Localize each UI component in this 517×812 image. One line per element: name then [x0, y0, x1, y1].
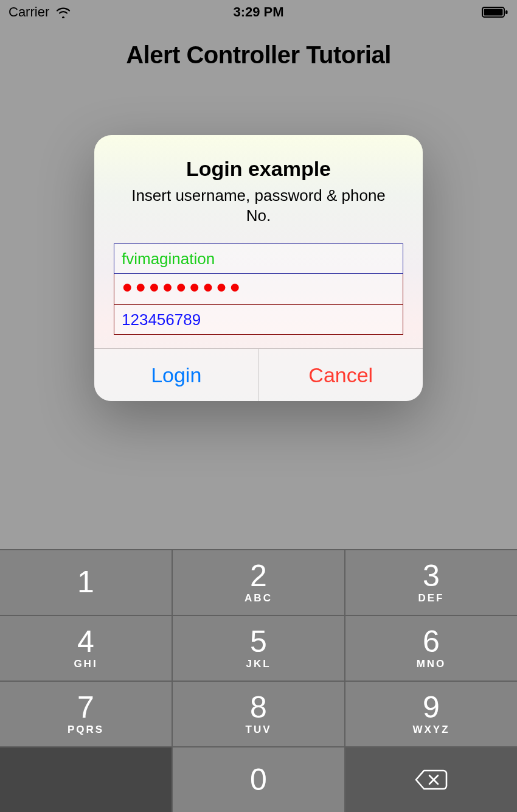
keypad-key-1[interactable]: 1 — [0, 549, 172, 615]
keypad-digit: 2 — [250, 561, 267, 591]
number-keypad: 1 2 ABC 3 DEF 4 GHI 5 JKL 6 MNO 7 PQRS — [0, 549, 517, 812]
username-value: fvimagination — [122, 250, 215, 268]
alert-actions: Login Cancel — [94, 348, 423, 401]
keypad-letters: MNO — [417, 658, 446, 670]
keypad-key-0[interactable]: 0 — [172, 746, 344, 812]
keypad-letters: JKL — [246, 658, 271, 670]
phone-value: 123456789 — [122, 310, 201, 329]
backspace-icon — [414, 768, 448, 791]
keypad-digit: 6 — [423, 626, 440, 657]
keypad-key-6[interactable]: 6 MNO — [344, 615, 517, 681]
keypad-key-empty — [0, 746, 172, 812]
keypad-digit: 3 — [423, 561, 440, 591]
keypad-letters: WXYZ — [412, 724, 449, 736]
keypad-key-4[interactable]: 4 GHI — [0, 615, 172, 681]
password-field[interactable]: ●●●●●●●●● — [114, 274, 403, 304]
keypad-letters: PQRS — [68, 724, 104, 736]
keypad-letters: ABC — [245, 592, 272, 604]
alert-fields: fvimagination ●●●●●●●●● 123456789 — [114, 243, 403, 335]
keypad-digit: 9 — [423, 692, 440, 723]
alert-message: Insert username, password & phone No. — [114, 186, 403, 225]
phone-field[interactable]: 123456789 — [114, 304, 403, 335]
password-dots: ●●●●●●●●● — [122, 278, 243, 296]
login-button[interactable]: Login — [94, 349, 258, 401]
alert-title: Login example — [114, 157, 403, 181]
keypad-letters: TUV — [246, 724, 272, 736]
cancel-button[interactable]: Cancel — [258, 349, 423, 401]
keypad-backspace-button[interactable] — [344, 746, 517, 812]
keypad-key-3[interactable]: 3 DEF — [344, 549, 517, 615]
username-field[interactable]: fvimagination — [114, 243, 403, 274]
keypad-letters: GHI — [74, 658, 97, 670]
keypad-key-8[interactable]: 8 TUV — [172, 681, 344, 746]
keypad-digit: 5 — [250, 626, 267, 657]
keypad-digit: 8 — [250, 692, 267, 723]
keypad-key-7[interactable]: 7 PQRS — [0, 681, 172, 746]
keypad-key-9[interactable]: 9 WXYZ — [344, 681, 517, 746]
login-alert: Login example Insert username, password … — [94, 135, 423, 401]
keypad-digit: 7 — [77, 692, 94, 723]
keypad-digit: 1 — [77, 567, 94, 597]
keypad-digit: 4 — [77, 626, 94, 657]
keypad-key-2[interactable]: 2 ABC — [172, 549, 344, 615]
keypad-digit: 0 — [250, 765, 267, 795]
keypad-letters: DEF — [418, 592, 445, 604]
keypad-key-5[interactable]: 5 JKL — [172, 615, 344, 681]
